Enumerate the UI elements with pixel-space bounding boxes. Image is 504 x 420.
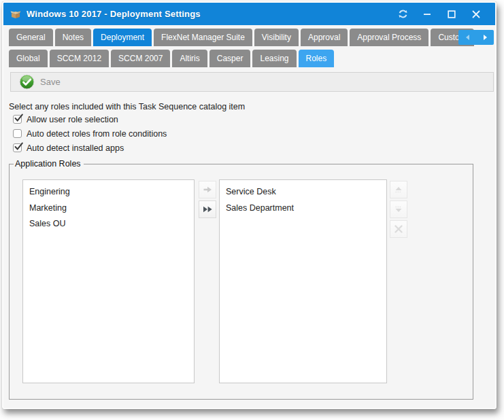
- add-role-button[interactable]: [199, 181, 216, 198]
- list-item-marketing[interactable]: Marketing: [23, 200, 194, 217]
- close-button[interactable]: [467, 7, 486, 22]
- minimize-icon: [423, 10, 431, 18]
- tab-notes[interactable]: Notes: [55, 29, 91, 46]
- chevron-right-icon: [484, 35, 487, 40]
- list-item-enginering[interactable]: Enginering: [23, 184, 194, 200]
- arrow-right-icon: [202, 184, 213, 195]
- save-button[interactable]: Save: [15, 73, 65, 91]
- checkbox-allow-user-role-selection[interactable]: Allow user role selection: [13, 113, 495, 125]
- checkbox-auto-detect-roles-from-role-conditions[interactable]: Auto detect roles from role conditions: [13, 128, 495, 139]
- checkbox-label: Auto detect roles from role conditions: [27, 129, 167, 139]
- secondary-tabs: GlobalSCCM 2012SCCM 2007AltirisCasperLea…: [9, 50, 495, 67]
- window-controls: [393, 7, 488, 22]
- checkbox-auto-detect-installed-apps[interactable]: Auto detect installed apps: [13, 142, 495, 154]
- tab-scroll-left-button[interactable]: [458, 30, 476, 45]
- move-down-button[interactable]: [390, 200, 407, 218]
- save-check-icon: [19, 74, 35, 90]
- tab-visibility[interactable]: Visibility: [254, 29, 299, 46]
- list-action-buttons: [390, 181, 407, 238]
- checkbox-list: Allow user role selectionAuto detect rol…: [13, 113, 495, 154]
- application-roles-group: Application Roles EngineringMarketingSal…: [9, 159, 473, 400]
- tab-sccm-2007[interactable]: SCCM 2007: [111, 50, 170, 67]
- tab-approval[interactable]: Approval: [301, 29, 348, 46]
- available-roles-listbox[interactable]: EngineringMarketingSales OU: [22, 179, 195, 383]
- checkbox-box: [13, 143, 22, 152]
- remove-role-button[interactable]: [390, 220, 407, 238]
- assigned-roles-listbox[interactable]: Service DeskSales Department: [219, 179, 387, 383]
- tab-casper[interactable]: Casper: [209, 50, 251, 67]
- tab-deployment[interactable]: Deployment: [93, 29, 152, 46]
- list-item-service-desk[interactable]: Service Desk: [220, 184, 386, 200]
- checkbox-box: [13, 129, 22, 138]
- list-item-sales-ou[interactable]: Sales OU: [23, 216, 194, 232]
- maximize-icon: [448, 10, 456, 18]
- save-toolbar: Save: [10, 72, 494, 92]
- deployment-settings-window: Windows 10 2017 - Deployment Settings Ge…: [2, 1, 497, 409]
- primary-tabs: GeneralNotesDeploymentFlexNet Manager Su…: [9, 29, 495, 46]
- checkbox-label: Auto detect installed apps: [27, 143, 124, 153]
- instruction-text: Select any roles included with this Task…: [9, 102, 495, 111]
- tab-global[interactable]: Global: [9, 50, 48, 67]
- checkbox-label: Allow user role selection: [27, 115, 118, 124]
- secondary-tab-strip: GlobalSCCM 2012SCCM 2007AltirisCasperLea…: [9, 50, 495, 67]
- refresh-icon: [398, 9, 408, 19]
- move-down-icon: [393, 204, 404, 215]
- close-icon: [472, 10, 480, 18]
- refresh-button[interactable]: [393, 7, 412, 22]
- primary-tab-strip: GeneralNotesDeploymentFlexNet Manager Su…: [9, 29, 495, 46]
- package-icon: [10, 9, 21, 20]
- move-up-icon: [393, 184, 404, 195]
- tab-leasing[interactable]: Leasing: [252, 50, 296, 67]
- double-arrow-right-icon: [202, 204, 213, 215]
- minimize-button[interactable]: [418, 7, 437, 22]
- transfer-buttons: [199, 181, 216, 218]
- tab-roles[interactable]: Roles: [299, 50, 335, 67]
- check-icon: [14, 142, 24, 151]
- tab-scroll-right-button[interactable]: [476, 30, 494, 45]
- tab-sccm-2012[interactable]: SCCM 2012: [50, 50, 109, 67]
- checkbox-box: [13, 115, 22, 124]
- remove-icon: [393, 224, 404, 234]
- tab-approval-process[interactable]: Approval Process: [350, 29, 429, 46]
- tab-scroll-buttons: [458, 30, 494, 45]
- title-bar: Windows 10 2017 - Deployment Settings: [3, 3, 495, 25]
- move-up-button[interactable]: [390, 181, 407, 198]
- application-roles-legend: Application Roles: [14, 159, 84, 169]
- check-icon: [14, 113, 24, 122]
- tab-flexnet-manager-suite[interactable]: FlexNet Manager Suite: [154, 29, 252, 46]
- list-item-sales-department[interactable]: Sales Department: [220, 200, 386, 217]
- tab-general[interactable]: General: [9, 29, 53, 46]
- add-all-roles-button[interactable]: [199, 200, 216, 218]
- tab-altiris[interactable]: Altiris: [172, 50, 207, 67]
- save-button-label: Save: [40, 77, 61, 87]
- window-title: Windows 10 2017 - Deployment Settings: [27, 9, 393, 19]
- desktop-background: Windows 10 2017 - Deployment Settings Ge…: [0, 0, 504, 420]
- maximize-button[interactable]: [442, 7, 461, 22]
- chevron-left-icon: [466, 35, 469, 40]
